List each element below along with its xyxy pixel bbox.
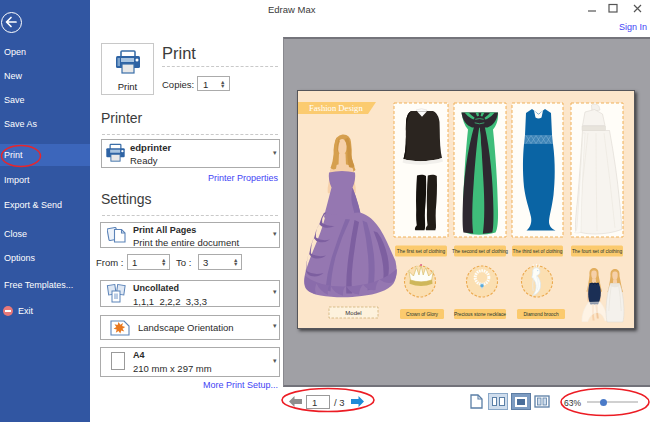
- svg-text:Fashion Design: Fashion Design: [309, 103, 363, 113]
- svg-text:The fourt set of clothing: The fourt set of clothing: [572, 249, 622, 254]
- svg-text:The second set of clothing: The second set of clothing: [452, 249, 508, 254]
- svg-text:The first set of clothing: The first set of clothing: [397, 249, 446, 254]
- svg-text:Diamond brooch: Diamond brooch: [523, 312, 559, 317]
- svg-text:The third set of clothing: The third set of clothing: [513, 249, 563, 254]
- svg-text:Precious stone necklace: Precious stone necklace: [454, 312, 506, 317]
- svg-text:Crown of Glory: Crown of Glory: [406, 312, 439, 317]
- svg-text:Model: Model: [345, 310, 361, 316]
